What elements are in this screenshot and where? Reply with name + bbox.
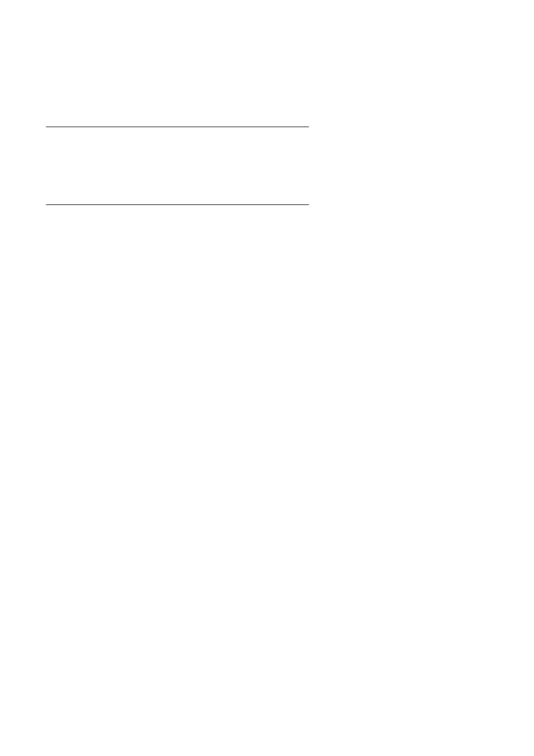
horizontal-rule-2: [46, 204, 309, 205]
horizontal-rule-1: [46, 127, 309, 127]
